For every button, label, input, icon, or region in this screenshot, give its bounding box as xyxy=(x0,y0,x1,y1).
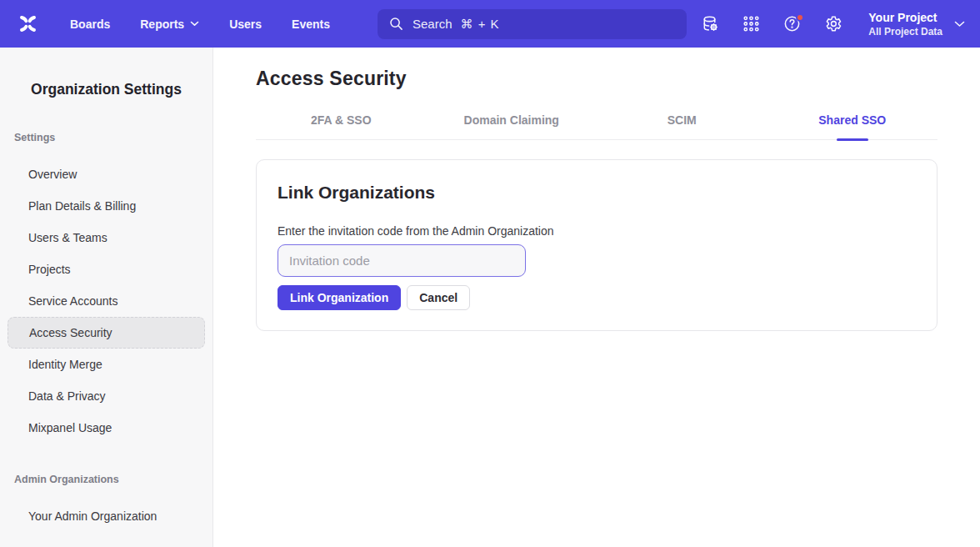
nav-link-label: Users xyxy=(229,18,262,31)
tab-scim[interactable]: SCIM xyxy=(597,113,768,139)
primary-nav-links: Boards Reports Users Events xyxy=(70,18,330,31)
link-organization-button[interactable]: Link Organization xyxy=(278,285,401,310)
nav-link-users[interactable]: Users xyxy=(229,18,262,31)
sidebar-item-your-admin-organization[interactable]: Your Admin Organization xyxy=(0,500,212,532)
tab-domain-claiming[interactable]: Domain Claiming xyxy=(427,113,598,139)
organization-settings-sidebar: Organization Settings Settings Overview … xyxy=(0,48,213,547)
chevron-down-icon xyxy=(190,21,199,27)
invitation-code-label: Enter the invitation code from the Admin… xyxy=(278,224,916,238)
sidebar-item-access-security[interactable]: Access Security xyxy=(8,317,205,349)
sidebar-item-overview[interactable]: Overview xyxy=(0,158,212,190)
tab-shared-sso[interactable]: Shared SSO xyxy=(768,113,938,139)
nav-link-events[interactable]: Events xyxy=(292,18,330,31)
top-navigation-bar: Boards Reports Users Events Search ⌘ + K xyxy=(0,0,980,48)
nav-link-reports[interactable]: Reports xyxy=(140,18,199,31)
project-subtitle: All Project Data xyxy=(868,25,942,38)
sidebar-item-data-privacy[interactable]: Data & Privacy xyxy=(0,380,212,412)
page-title: Access Security xyxy=(256,68,938,90)
help-icon[interactable] xyxy=(782,14,802,34)
sidebar-item-mixpanel-usage[interactable]: Mixpanel Usage xyxy=(0,412,212,444)
mixpanel-logo-icon[interactable] xyxy=(17,13,39,35)
topnav-right-controls: Your Project All Project Data xyxy=(700,10,965,38)
cancel-button[interactable]: Cancel xyxy=(407,285,470,310)
project-switcher[interactable]: Your Project All Project Data xyxy=(868,10,965,38)
sidebar-items-settings: Overview Plan Details & Billing Users & … xyxy=(0,158,212,444)
nav-link-boards[interactable]: Boards xyxy=(70,18,110,31)
settings-gear-icon[interactable] xyxy=(822,14,842,34)
sidebar-section-settings: Settings xyxy=(0,132,212,143)
sidebar-item-service-accounts[interactable]: Service Accounts xyxy=(0,285,212,317)
card-title: Link Organizations xyxy=(278,183,916,203)
sidebar-items-admin-organizations: Your Admin Organization xyxy=(0,500,212,532)
search-shortcut: ⌘ + K xyxy=(461,17,500,32)
sidebar-item-users-teams[interactable]: Users & Teams xyxy=(0,222,212,253)
invitation-code-input[interactable] xyxy=(278,244,526,277)
link-organizations-card: Link Organizations Enter the invitation … xyxy=(256,159,938,331)
tab-2fa-sso[interactable]: 2FA & SSO xyxy=(256,113,427,139)
project-meta: Your Project All Project Data xyxy=(868,10,942,38)
nav-link-label: Reports xyxy=(140,18,184,31)
search-icon xyxy=(389,17,403,31)
search-placeholder: Search xyxy=(412,17,452,31)
project-name: Your Project xyxy=(868,10,937,25)
notification-dot xyxy=(796,13,804,22)
access-security-tabs: 2FA & SSO Domain Claiming SCIM Shared SS… xyxy=(256,113,938,140)
search-input[interactable]: Search ⌘ + K xyxy=(378,9,687,39)
nav-link-label: Boards xyxy=(70,18,110,31)
card-actions: Link Organization Cancel xyxy=(278,285,916,310)
nav-link-label: Events xyxy=(292,18,330,31)
sidebar-section-admin-organizations: Admin Organizations xyxy=(0,474,212,485)
main-content: Access Security 2FA & SSO Domain Claimin… xyxy=(213,48,980,547)
sidebar-item-projects[interactable]: Projects xyxy=(0,253,212,285)
sidebar-item-identity-merge[interactable]: Identity Merge xyxy=(0,349,212,380)
sidebar-item-plan-details-billing[interactable]: Plan Details & Billing xyxy=(0,190,212,222)
apps-grid-icon[interactable] xyxy=(741,14,761,34)
data-management-icon[interactable] xyxy=(700,14,720,34)
chevron-down-icon xyxy=(954,21,965,28)
sidebar-title: Organization Settings xyxy=(0,81,212,98)
